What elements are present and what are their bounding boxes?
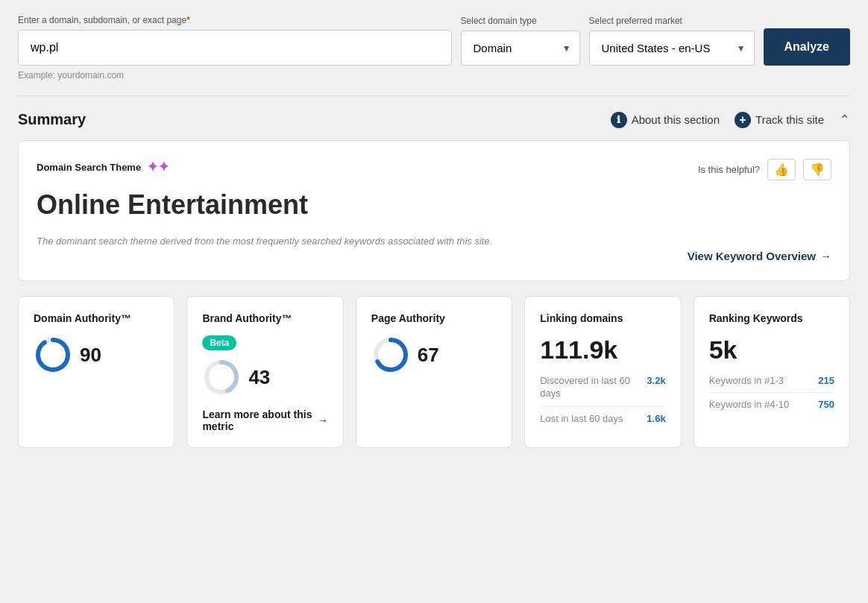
domain-authority-value: 90: [80, 344, 101, 367]
helpful-row: Is this helpful? 👍 👎: [698, 159, 831, 180]
market-select-wrap: United States - en-US United Kingdom - e…: [589, 31, 755, 66]
domain-authority-card: Domain Authority™ 90: [18, 296, 174, 448]
discovered-label: Discovered in last 60 days: [540, 375, 647, 400]
collapse-chevron-icon[interactable]: ⌃: [839, 112, 850, 128]
ranking-keywords-title: Ranking Keywords: [709, 312, 834, 325]
domain-field-label: Enter a domain, subdomain, or exact page…: [18, 15, 452, 25]
info-icon: ℹ: [611, 112, 627, 128]
brand-authority-card: Brand Authority™ Beta 43 Learn more abou…: [186, 296, 343, 448]
track-site-label: Track this site: [755, 113, 824, 126]
plus-icon: +: [735, 112, 751, 128]
learn-more-link[interactable]: Learn more about this metric →: [202, 408, 327, 432]
linking-domains-value: 111.9k: [540, 335, 665, 364]
thumbs-down-button[interactable]: 👎: [803, 159, 831, 180]
brand-authority-value: 43: [248, 366, 270, 389]
divider-light: [540, 406, 665, 407]
section-header: Summary ℹ About this section + Track thi…: [18, 111, 850, 128]
sparkle-icon: ✦✦: [147, 159, 169, 175]
about-section-label: About this section: [632, 113, 720, 126]
page-authority-card: Page Authority 67: [356, 296, 512, 448]
theme-title: Online Entertainment: [37, 189, 831, 221]
keywords-4-10-label: Keywords in #4-10: [709, 399, 819, 410]
page-authority-title: Page Authority: [371, 312, 497, 325]
keywords-1-3-label: Keywords in #1-3: [709, 375, 819, 386]
market-label: Select preferred market: [589, 16, 755, 26]
divider-light-2: [709, 392, 834, 393]
domain-authority-title: Domain Authority™: [34, 312, 159, 325]
page-authority-value: 67: [418, 344, 439, 367]
arrow-right-icon: →: [820, 250, 831, 262]
example-text: Example: yourdomain.com: [18, 70, 850, 80]
lost-label: Lost in last 60 days: [540, 413, 647, 426]
lost-value[interactable]: 1.6k: [647, 413, 665, 426]
brand-authority-title: Brand Authority™: [202, 312, 327, 325]
about-section-link[interactable]: ℹ About this section: [611, 112, 720, 128]
domain-input[interactable]: [18, 30, 452, 66]
keywords-4-10-row: Keywords in #4-10 750: [709, 399, 834, 410]
linking-domains-title: Linking domains: [540, 312, 665, 325]
market-select[interactable]: United States - en-US United Kingdom - e…: [589, 31, 755, 66]
domain-theme-label: Domain Search Theme ✦✦: [37, 159, 169, 175]
arrow-right-icon-2: →: [318, 414, 328, 426]
thumbs-up-button[interactable]: 👍: [767, 159, 796, 180]
keywords-1-3-row: Keywords in #1-3 215: [709, 375, 834, 386]
beta-badge: Beta: [202, 335, 236, 350]
analyze-button[interactable]: Analyze: [764, 28, 850, 66]
track-site-link[interactable]: + Track this site: [735, 112, 824, 128]
lost-row: Lost in last 60 days 1.6k: [540, 413, 665, 426]
domain-type-select-wrap: Domain Subdomain Exact Page ▼: [461, 31, 580, 66]
linking-domains-card: Linking domains 111.9k Discovered in las…: [524, 296, 681, 448]
domain-type-label: Select domain type: [461, 16, 580, 26]
page-authority-donut: [371, 335, 410, 374]
domain-authority-donut: [34, 335, 72, 374]
discovered-row: Discovered in last 60 days 3.2k: [540, 375, 665, 400]
domain-type-select[interactable]: Domain Subdomain Exact Page: [461, 31, 580, 66]
metrics-row: Domain Authority™ 90 Brand Authority™ Be…: [18, 296, 850, 448]
theme-desc: The dominant search theme derived from t…: [37, 236, 831, 247]
section-title: Summary: [18, 111, 86, 128]
keywords-1-3-value[interactable]: 215: [818, 375, 834, 386]
svg-point-1: [38, 340, 68, 370]
ranking-keywords-value: 5k: [709, 335, 834, 364]
keyword-overview-link[interactable]: View Keyword Overview →: [688, 250, 831, 262]
ranking-keywords-card: Ranking Keywords 5k Keywords in #1-3 215…: [694, 296, 850, 448]
section-actions: ℹ About this section + Track this site ⌃: [611, 112, 850, 128]
brand-authority-donut: [202, 358, 241, 397]
summary-card: Domain Search Theme ✦✦ Is this helpful? …: [18, 140, 850, 281]
discovered-value[interactable]: 3.2k: [647, 375, 665, 400]
keywords-4-10-value[interactable]: 750: [818, 399, 834, 410]
helpful-text: Is this helpful?: [698, 164, 760, 175]
